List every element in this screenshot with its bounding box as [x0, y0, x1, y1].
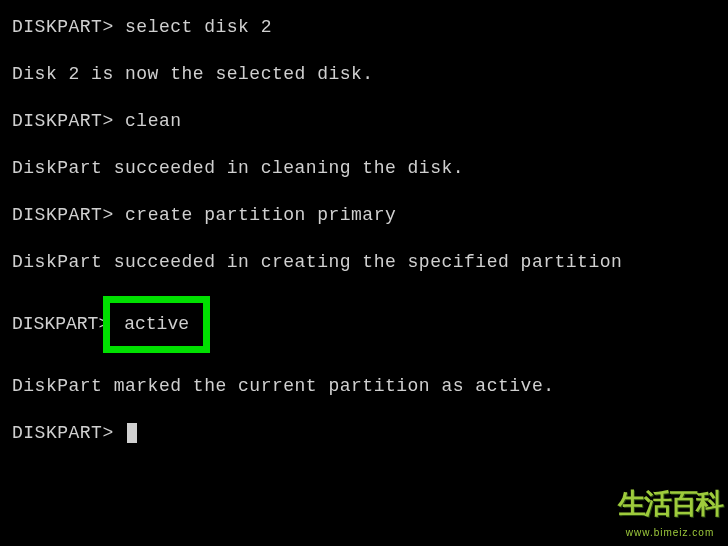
watermark: 生活百科 www.bimeiz.com [618, 483, 722, 540]
terminal-output-1: Disk 2 is now the selected disk. [12, 61, 716, 88]
terminal-output-2: DiskPart succeeded in cleaning the disk. [12, 155, 716, 182]
prompt: DISKPART> [12, 311, 109, 338]
command-text: select disk 2 [125, 17, 272, 37]
prompt: DISKPART> [12, 17, 125, 37]
terminal-line-5[interactable]: DISKPART> [12, 420, 716, 447]
prompt: DISKPART> [12, 111, 125, 131]
highlighted-command: active [124, 314, 189, 334]
terminal-line-4: DISKPART> active [12, 296, 716, 353]
watermark-text: 生活百科 [618, 483, 722, 525]
watermark-block: 生活百科 www.bimeiz.com [618, 483, 722, 540]
watermark-url: www.bimeiz.com [626, 525, 714, 540]
terminal-output-3: DiskPart succeeded in creating the speci… [12, 249, 716, 276]
terminal-line-3: DISKPART> create partition primary [12, 202, 716, 229]
terminal-line-1: DISKPART> select disk 2 [12, 14, 716, 41]
prompt: DISKPART> [12, 205, 125, 225]
terminal-line-2: DISKPART> clean [12, 108, 716, 135]
prompt: DISKPART> [12, 423, 114, 443]
terminal-output-4: DiskPart marked the current partition as… [12, 373, 716, 400]
command-text: clean [125, 111, 182, 131]
cursor-icon [127, 423, 137, 443]
highlight-box: active [103, 296, 210, 353]
command-text: create partition primary [125, 205, 396, 225]
